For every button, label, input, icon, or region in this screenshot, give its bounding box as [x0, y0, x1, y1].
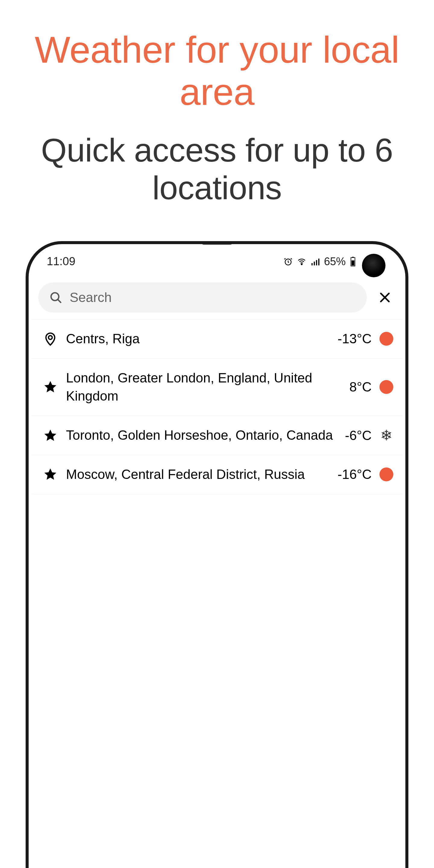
battery-icon: [350, 257, 356, 267]
location-row[interactable]: Toronto, Golden Horseshoe, Ontario, Cana…: [32, 416, 402, 455]
wifi-icon: [297, 257, 307, 266]
snow-icon: ❄: [379, 428, 394, 443]
alarm-icon: [284, 257, 293, 266]
location-name: Centrs, Riga: [66, 330, 330, 348]
location-temp: 8°C: [349, 379, 372, 395]
location-name: London, Greater London, England, United …: [66, 369, 342, 405]
search-icon: [49, 291, 62, 304]
location-temp: -13°C: [338, 331, 372, 346]
location-name: Moscow, Central Federal District, Russia: [66, 465, 330, 484]
phone-screen: 11:09 65%: [32, 247, 402, 868]
marketing-subhead: Quick access for up to 6 locations: [0, 131, 434, 207]
favorite-star-icon: [42, 427, 59, 444]
locations-list: Centrs, Riga-13°CLondon, Greater London,…: [32, 319, 402, 494]
svg-point-1: [301, 264, 302, 265]
search-row: [32, 276, 402, 319]
location-row[interactable]: Moscow, Central Federal District, Russia…: [32, 455, 402, 494]
close-icon: [378, 290, 392, 304]
location-name: Toronto, Golden Horseshoe, Ontario, Cana…: [66, 426, 338, 444]
favorite-star-icon: [42, 466, 59, 483]
sun-icon: [379, 467, 394, 482]
location-row[interactable]: London, Greater London, England, United …: [32, 359, 402, 416]
favorite-star-icon: [42, 378, 59, 396]
svg-rect-8: [351, 260, 354, 266]
svg-line-10: [58, 299, 61, 302]
marketing-block: Weather for your local area Quick access…: [0, 0, 434, 207]
camera-hole: [362, 254, 385, 277]
sun-icon: [379, 379, 394, 395]
status-bar: 11:09 65%: [32, 247, 402, 276]
search-input[interactable]: [70, 290, 356, 305]
phone-frame: 11:09 65%: [26, 241, 408, 868]
close-button[interactable]: [376, 288, 394, 307]
svg-rect-4: [316, 260, 317, 266]
sun-icon: [379, 331, 394, 346]
location-pin-icon: [42, 330, 59, 347]
location-temp: -6°C: [345, 428, 372, 443]
status-time: 11:09: [47, 255, 75, 268]
svg-rect-2: [311, 263, 313, 266]
svg-rect-3: [314, 261, 315, 266]
svg-rect-5: [318, 258, 319, 266]
battery-pct-label: 65%: [324, 255, 346, 268]
signal-icon: [311, 257, 320, 266]
location-row[interactable]: Centrs, Riga-13°C: [32, 319, 402, 359]
location-temp: -16°C: [338, 467, 372, 482]
device-speaker: [201, 241, 233, 245]
svg-point-13: [49, 336, 53, 340]
search-field[interactable]: [38, 282, 367, 313]
marketing-headline: Weather for your local area: [0, 29, 434, 113]
